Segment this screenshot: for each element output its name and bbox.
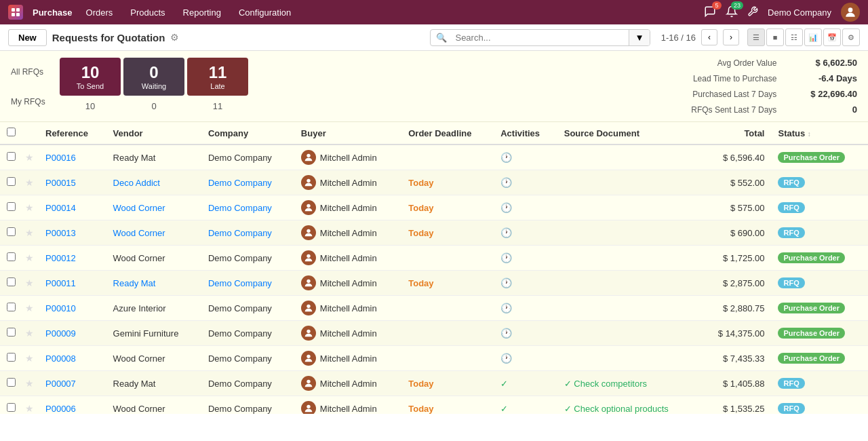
row-checkbox[interactable] <box>7 227 16 236</box>
row-star-cell[interactable]: ★ <box>22 396 39 415</box>
vendor-cell[interactable]: Ready Mat <box>106 371 201 396</box>
user-avatar[interactable] <box>841 3 860 22</box>
vendor-cell[interactable]: Wood Corner <box>106 396 201 415</box>
deadline-header[interactable]: Order Deadline <box>401 122 494 145</box>
reference-cell[interactable]: P00007 <box>39 371 106 396</box>
reference-link[interactable]: P00008 <box>45 353 76 364</box>
buyer-header[interactable]: Buyer <box>294 122 401 145</box>
activities-cell[interactable]: 🕐 <box>494 145 557 170</box>
row-checkbox[interactable] <box>7 277 16 286</box>
company-cell[interactable]: Demo Company <box>201 296 294 321</box>
activities-cell[interactable]: 🕐 <box>494 246 557 271</box>
next-page-btn[interactable]: › <box>723 29 739 45</box>
graph-view-btn[interactable]: 📊 <box>804 28 822 46</box>
row-checkbox[interactable] <box>7 328 16 337</box>
row-checkbox-cell[interactable] <box>0 321 22 346</box>
star-icon[interactable]: ★ <box>25 403 34 414</box>
company-cell[interactable]: Demo Company <box>201 220 294 246</box>
row-star-cell[interactable]: ★ <box>22 220 39 246</box>
select-all-col[interactable] <box>0 122 22 145</box>
reference-cell[interactable]: P00014 <box>39 195 106 220</box>
vendor-cell[interactable]: Wood Corner <box>106 195 201 220</box>
vendor-cell[interactable]: Gemini Furniture <box>106 321 201 346</box>
reference-cell[interactable]: P00012 <box>39 246 106 271</box>
table-view-btn[interactable]: ☷ <box>785 28 803 46</box>
row-star-cell[interactable]: ★ <box>22 246 39 271</box>
all-rfqs-label[interactable]: All RFQs <box>11 67 60 77</box>
company-cell[interactable]: Demo Company <box>201 195 294 220</box>
search-dropdown-btn[interactable]: ▼ <box>629 30 649 45</box>
late-card[interactable]: 11 Late <box>187 58 248 96</box>
reference-link[interactable]: P00016 <box>45 153 76 163</box>
reference-cell[interactable]: P00015 <box>39 170 106 195</box>
reference-link[interactable]: P00014 <box>45 203 76 213</box>
star-icon[interactable]: ★ <box>25 353 34 364</box>
prev-page-btn[interactable]: ‹ <box>701 29 717 45</box>
settings-view-btn[interactable]: ⚙ <box>842 28 860 46</box>
reference-link[interactable]: P00010 <box>45 303 76 313</box>
row-star-cell[interactable]: ★ <box>22 271 39 296</box>
reference-link[interactable]: P00012 <box>45 253 76 263</box>
reference-link[interactable]: P00007 <box>45 379 76 389</box>
my-to-send-val[interactable]: 10 <box>60 100 121 113</box>
reference-link[interactable]: P00011 <box>45 278 76 288</box>
company-name-cell[interactable]: Demo Company <box>208 278 272 288</box>
company-cell[interactable]: Demo Company <box>201 371 294 396</box>
company-name-cell[interactable]: Demo Company <box>208 203 272 213</box>
vendor-header[interactable]: Vendor <box>106 122 201 145</box>
app-icon[interactable] <box>8 5 23 20</box>
activities-cell[interactable]: 🕐 <box>494 195 557 220</box>
row-checkbox-cell[interactable] <box>0 296 22 321</box>
nav-reporting[interactable]: Reporting <box>179 5 225 20</box>
row-checkbox[interactable] <box>7 202 16 211</box>
to-send-card[interactable]: 10 To Send <box>60 58 121 96</box>
star-icon[interactable]: ★ <box>25 177 34 188</box>
select-all-checkbox[interactable] <box>7 128 16 136</box>
vendor-name[interactable]: Ready Mat <box>113 278 156 288</box>
reference-cell[interactable]: P00016 <box>39 145 106 170</box>
star-icon[interactable]: ★ <box>25 252 34 263</box>
my-rfqs-label[interactable]: My RFQs <box>11 97 60 107</box>
activities-cell[interactable]: 🕐 <box>494 321 557 346</box>
star-icon[interactable]: ★ <box>25 303 34 313</box>
vendor-cell[interactable]: Ready Mat <box>106 145 201 170</box>
vendor-name[interactable]: Wood Corner <box>113 228 165 238</box>
star-icon[interactable]: ★ <box>25 227 34 238</box>
row-star-cell[interactable]: ★ <box>22 346 39 371</box>
reference-link[interactable]: P00009 <box>45 328 76 339</box>
row-checkbox-cell[interactable] <box>0 371 22 396</box>
search-input[interactable] <box>452 30 629 45</box>
vendor-name[interactable]: Wood Corner <box>113 203 165 213</box>
reference-cell[interactable]: P00008 <box>39 346 106 371</box>
row-checkbox-cell[interactable] <box>0 170 22 195</box>
row-star-cell[interactable]: ★ <box>22 195 39 220</box>
row-checkbox[interactable] <box>7 378 16 387</box>
company-name-cell[interactable]: Demo Company <box>208 228 272 238</box>
vendor-cell[interactable]: Wood Corner <box>106 246 201 271</box>
vendor-name[interactable]: Deco Addict <box>113 178 160 188</box>
waiting-card[interactable]: 0 Waiting <box>123 58 184 96</box>
star-icon[interactable]: ★ <box>25 152 34 163</box>
vendor-cell[interactable]: Deco Addict <box>106 170 201 195</box>
activities-cell[interactable]: 🕐 <box>494 296 557 321</box>
nav-orders[interactable]: Orders <box>82 5 117 20</box>
reference-cell[interactable]: P00011 <box>39 271 106 296</box>
company-cell[interactable]: Demo Company <box>201 170 294 195</box>
vendor-cell[interactable]: Wood Corner <box>106 346 201 371</box>
new-button[interactable]: New <box>8 29 47 46</box>
nav-products[interactable]: Products <box>126 5 169 20</box>
row-star-cell[interactable]: ★ <box>22 321 39 346</box>
reference-link[interactable]: P00015 <box>45 178 76 188</box>
row-checkbox[interactable] <box>7 303 16 311</box>
list-view-btn[interactable]: ☰ <box>747 28 765 46</box>
row-star-cell[interactable]: ★ <box>22 145 39 170</box>
reference-link[interactable]: P00006 <box>45 404 76 414</box>
notification-icon-btn[interactable]: 23 <box>726 5 738 20</box>
activities-cell[interactable]: ✓ <box>494 371 557 396</box>
source-header[interactable]: Source Document <box>557 122 699 145</box>
chat-icon-btn[interactable]: 5 <box>704 5 716 20</box>
total-header[interactable]: Total <box>699 122 772 145</box>
row-checkbox[interactable] <box>7 177 16 186</box>
activities-cell[interactable]: 🕐 <box>494 346 557 371</box>
row-checkbox[interactable] <box>7 403 16 412</box>
